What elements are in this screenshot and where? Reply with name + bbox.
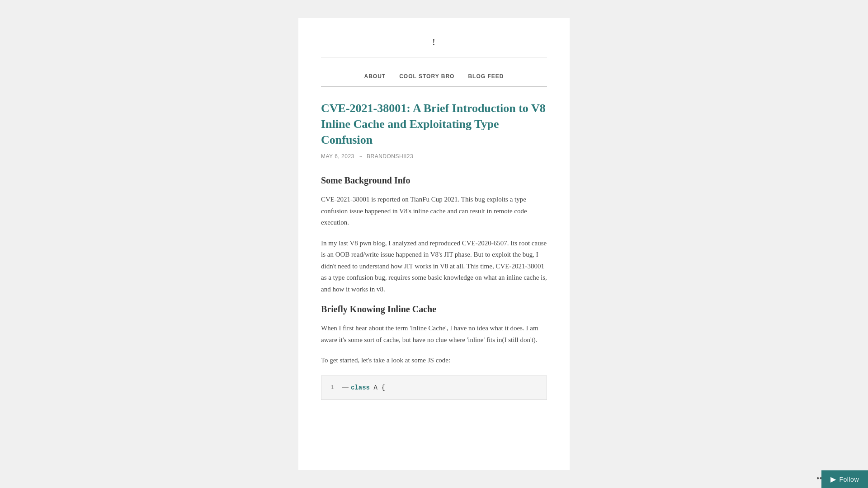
code-block: 1 class A { [321,375,547,400]
post-body: Some Background Info CVE-2021-38001 is r… [321,175,547,400]
section-heading-inline-cache: Briefly Knowing Inline Cache [321,304,547,314]
page-wrapper: ! ABOUT COOL STORY BRO BLOG FEED CVE-202… [0,0,868,488]
section-inline-cache-para-1: When I first hear about the term 'Inline… [321,323,547,346]
post-author: BRANDONSHII23 [367,153,413,160]
code-class-name: A { [370,384,385,391]
code-keyword-class: class [351,384,370,391]
post-title: CVE-2021-38001: A Brief Introduction to … [321,100,547,148]
line-separator [342,387,349,388]
content-wrapper: ! ABOUT COOL STORY BRO BLOG FEED CVE-202… [298,18,570,470]
site-nav: ABOUT COOL STORY BRO BLOG FEED [321,66,547,87]
nav-blog-feed[interactable]: BLOG FEED [468,73,504,80]
section-background-para-1: CVE-2021-38001 is reported on TianFu Cup… [321,194,547,229]
follow-icon: ▶ [830,475,836,483]
site-title: ! [321,36,547,48]
section-background-para-2: In my last V8 pwn blog, I analyzed and r… [321,238,547,296]
site-header: ! [321,36,547,57]
follow-bar[interactable]: ▶ Follow [821,470,868,488]
post-date: MAY 6, 2023 [321,153,354,160]
code-line-1: 1 class A { [330,383,538,393]
nav-about[interactable]: ABOUT [364,73,386,80]
post-article: CVE-2021-38001: A Brief Introduction to … [321,100,547,400]
nav-cool-story-bro[interactable]: COOL STORY BRO [399,73,454,80]
post-meta-separator: ~ [359,153,363,160]
section-heading-background: Some Background Info [321,175,547,186]
code-content-1: class A { [351,383,385,393]
post-meta: MAY 6, 2023 ~ BRANDONSHII23 [321,153,547,160]
section-inline-cache-para-2: To get started, let's take a look at som… [321,355,547,366]
follow-label: Follow [840,476,859,483]
line-number-1: 1 [330,383,342,393]
